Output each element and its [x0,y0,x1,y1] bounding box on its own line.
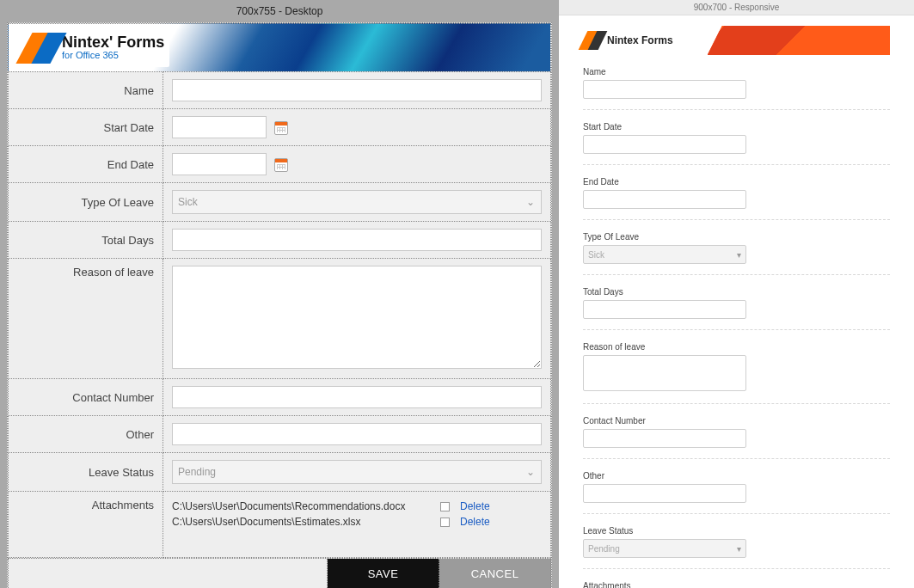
total-days-label: Total Days [583,287,890,297]
leave-status-label: Leave Status [9,453,163,492]
attachments-label: Attachments [583,581,890,588]
file-icon [440,518,450,527]
brand-block: Nintex' Forms for Office 365 [17,29,169,67]
reason-label: Reason of leave [583,342,890,352]
divider [583,274,890,275]
contact-number-input[interactable] [583,429,746,448]
type-of-leave-select[interactable] [172,190,542,214]
contact-number-label: Contact Number [583,416,890,426]
brand-subtitle: for Office 365 [62,51,164,61]
brand-name: Nintex Forms [607,34,673,46]
attachment-row: C:\Users\User\Documents\Recommendations.… [172,499,542,514]
calendar-icon[interactable] [274,121,288,135]
attachment-delete-link[interactable]: Delete [460,500,490,512]
leave-status-select[interactable] [172,460,542,484]
nintex-logomark-icon [22,31,57,65]
divider [583,403,890,404]
brand-name: Nintex' Forms [62,34,164,51]
contact-number-label: Contact Number [9,379,163,416]
total-days-input[interactable] [583,300,746,319]
divider [583,329,890,330]
responsive-form-header: Nintex Forms [583,26,890,55]
leave-status-label: Leave Status [583,526,890,536]
start-date-label: Start Date [9,109,163,146]
divider [583,568,890,569]
end-date-label: End Date [9,146,163,183]
start-date-label: Start Date [583,122,890,132]
desktop-form: Nintex' Forms for Office 365 Name Start … [7,22,552,588]
name-input[interactable] [583,80,746,99]
reason-textarea[interactable] [172,266,542,369]
name-label: Name [583,67,890,77]
attachment-path: C:\Users\User\Documents\Estimates.xlsx [172,516,430,528]
desktop-button-bar: SAVE CANCEL [8,558,551,588]
name-label: Name [9,72,163,109]
attachments-label: Attachments [9,492,163,558]
brand-block: Nintex Forms [583,30,673,51]
other-label: Other [9,416,163,453]
header-accent-shape [708,26,890,55]
other-input[interactable] [172,423,542,445]
end-date-label: End Date [583,177,890,187]
divider [583,513,890,514]
desktop-title: 700x755 - Desktop [7,0,552,22]
type-of-leave-label: Type Of Leave [583,232,890,242]
other-label: Other [583,471,890,481]
attachment-delete-link[interactable]: Delete [460,516,490,528]
type-of-leave-label: Type Of Leave [9,183,163,222]
nintex-logomark-icon [583,30,604,51]
total-days-label: Total Days [9,222,163,259]
end-date-input[interactable] [583,190,746,209]
divider [583,458,890,459]
brand-text: Nintex' Forms for Office 365 [62,34,164,60]
attachment-row: C:\Users\User\Documents\Estimates.xlsx D… [172,514,542,530]
name-input[interactable] [172,79,542,101]
type-of-leave-select[interactable] [583,245,746,264]
reason-label: Reason of leave [9,259,163,379]
desktop-form-header: Nintex' Forms for Office 365 [8,23,551,71]
responsive-title: 900x700 - Responsive [559,0,914,15]
other-input[interactable] [583,484,746,503]
contact-number-input[interactable] [172,386,542,408]
divider [583,164,890,165]
start-date-input[interactable] [583,135,746,154]
start-date-input[interactable] [172,116,267,138]
calendar-icon[interactable] [274,158,288,172]
save-button[interactable]: SAVE [328,559,439,588]
divider [583,219,890,220]
file-icon [440,502,450,511]
divider [583,109,890,110]
end-date-input[interactable] [172,153,267,175]
attachment-path: C:\Users\User\Documents\Recommendations.… [172,500,430,512]
desktop-panel: 700x755 - Desktop Nintex' Forms for Offi… [0,0,559,588]
responsive-panel: 900x700 - Responsive Nintex Forms Name S… [559,0,914,588]
cancel-button[interactable]: CANCEL [439,559,551,588]
reason-textarea[interactable] [583,355,746,391]
leave-status-select[interactable] [583,539,746,558]
total-days-input[interactable] [172,229,542,251]
